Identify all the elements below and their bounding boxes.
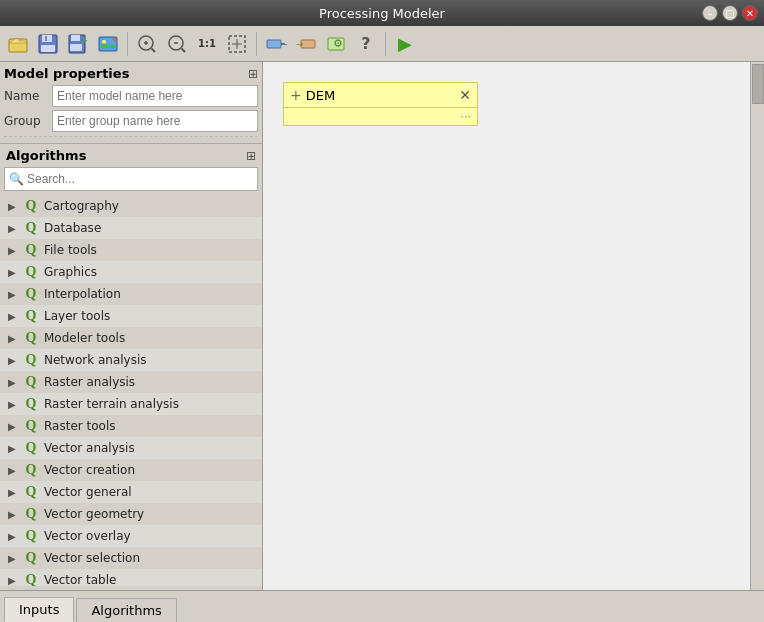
algo-icon-vector-geometry: Q	[22, 505, 40, 523]
algo-item-cartography[interactable]: ▶QCartography	[0, 195, 262, 217]
q-icon: Q	[26, 506, 37, 522]
algo-arrow-raster-analysis: ▶	[8, 377, 18, 388]
svg-line-18	[182, 48, 186, 52]
save-icon	[37, 33, 59, 55]
algo-icon-vector-analysis: Q	[22, 439, 40, 457]
model-name-input[interactable]	[52, 85, 258, 107]
tab-algorithms[interactable]: Algorithms	[76, 598, 176, 622]
algo-icon-raster-terrain-analysis: Q	[22, 395, 40, 413]
maximize-button[interactable]: □	[722, 5, 738, 21]
algo-item-vector-analysis[interactable]: ▶QVector analysis	[0, 437, 262, 459]
algo-label-graphics: Graphics	[44, 265, 97, 279]
algo-icon-layer-tools: Q	[22, 307, 40, 325]
algo-icon-interpolation: Q	[22, 285, 40, 303]
save-button[interactable]	[34, 30, 62, 58]
zoom-out-icon	[166, 33, 188, 55]
algo-arrow-vector-general: ▶	[8, 487, 18, 498]
dem-plus-icon: +	[290, 87, 302, 103]
q-icon: Q	[26, 264, 37, 280]
algo-arrow-layer-tools: ▶	[8, 311, 18, 322]
algo-item-layer-tools[interactable]: ▶QLayer tools	[0, 305, 262, 327]
algo-arrow-modeler-tools: ▶	[8, 333, 18, 344]
algo-item-interpolation[interactable]: ▶QInterpolation	[0, 283, 262, 305]
q-icon: Q	[26, 484, 37, 500]
algo-item-network-analysis[interactable]: ▶QNetwork analysis	[0, 349, 262, 371]
model-name-row: Name	[4, 85, 258, 107]
algo-item-raster-tools[interactable]: ▶QRaster tools	[0, 415, 262, 437]
q-icon: Q	[26, 308, 37, 324]
algo-arrow-cartography: ▶	[8, 201, 18, 212]
algo-icon-modeler-tools: Q	[22, 329, 40, 347]
algo-item-vector-creation[interactable]: ▶QVector creation	[0, 459, 262, 481]
run-icon: ▶	[398, 33, 412, 54]
dem-close-button[interactable]: ✕	[459, 88, 471, 102]
svg-rect-6	[71, 35, 80, 41]
algo-item-database[interactable]: ▶QDatabase	[0, 217, 262, 239]
save-as-button[interactable]: +	[64, 30, 92, 58]
algo-icon-raster-tools: Q	[22, 417, 40, 435]
add-output-button[interactable]: →	[292, 30, 320, 58]
zoom-actual-button[interactable]: 1:1	[193, 30, 221, 58]
model-group-label: Group	[4, 114, 46, 128]
model-properties-section: Model properties ⊞ Name Group	[0, 62, 262, 144]
canvas-scrollbar-thumb[interactable]	[752, 64, 764, 104]
algo-icon-vector-overlay: Q	[22, 527, 40, 545]
q-icon: Q	[26, 572, 37, 586]
add-output-icon: →	[295, 33, 317, 55]
minimize-button[interactable]: –	[702, 5, 718, 21]
algo-icon-vector-selection: Q	[22, 549, 40, 567]
dem-dots: ···	[461, 110, 472, 123]
canvas-vertical-scrollbar[interactable]	[750, 62, 764, 590]
dem-node-header: + DEM ✕	[284, 83, 477, 107]
toolbar: + 1:1	[0, 26, 764, 62]
algo-item-vector-table[interactable]: ▶QVector table	[0, 569, 262, 586]
run-button[interactable]: ▶	[391, 30, 419, 58]
add-input-icon: →	[265, 33, 287, 55]
left-panel: Model properties ⊞ Name Group Algorithms…	[0, 62, 263, 590]
algo-item-vector-geometry[interactable]: ▶QVector geometry	[0, 503, 262, 525]
dem-node[interactable]: + DEM ✕ ···	[283, 82, 478, 126]
algo-arrow-vector-overlay: ▶	[8, 531, 18, 542]
algorithms-expand-icon[interactable]: ⊞	[246, 149, 256, 163]
svg-line-15	[152, 48, 156, 52]
algo-label-raster-terrain-analysis: Raster terrain analysis	[44, 397, 179, 411]
model-properties-expand-icon[interactable]: ⊞	[248, 67, 258, 81]
algo-item-vector-overlay[interactable]: ▶QVector overlay	[0, 525, 262, 547]
bottom-tabs: Inputs Algorithms	[0, 590, 764, 622]
algo-label-file-tools: File tools	[44, 243, 97, 257]
algo-item-vector-selection[interactable]: ▶QVector selection	[0, 547, 262, 569]
help-icon: ?	[361, 34, 370, 53]
algo-arrow-vector-creation: ▶	[8, 465, 18, 476]
search-input[interactable]	[4, 167, 258, 191]
zoom-fit-button[interactable]	[223, 30, 251, 58]
algo-label-layer-tools: Layer tools	[44, 309, 110, 323]
model-group-input[interactable]	[52, 110, 258, 132]
tab-inputs[interactable]: Inputs	[4, 597, 74, 622]
algo-label-cartography: Cartography	[44, 199, 119, 213]
titlebar-title: Processing Modeler	[319, 6, 445, 21]
help-button[interactable]: ?	[352, 30, 380, 58]
algo-item-graphics[interactable]: ▶QGraphics	[0, 261, 262, 283]
algo-arrow-vector-table: ▶	[8, 575, 18, 586]
algo-item-vector-general[interactable]: ▶QVector general	[0, 481, 262, 503]
algo-label-interpolation: Interpolation	[44, 287, 121, 301]
add-input-button[interactable]: →	[262, 30, 290, 58]
dem-node-label: DEM	[306, 88, 335, 103]
add-algo-button[interactable]: ⚙	[322, 30, 350, 58]
algo-label-modeler-tools: Modeler tools	[44, 331, 125, 345]
model-properties-title: Model properties	[4, 66, 129, 81]
canvas-area: + DEM ✕ ···	[263, 62, 764, 590]
open-button[interactable]	[4, 30, 32, 58]
export-image-button[interactable]	[94, 30, 122, 58]
algo-item-raster-analysis[interactable]: ▶QRaster analysis	[0, 371, 262, 393]
algo-item-raster-terrain-analysis[interactable]: ▶QRaster terrain analysis	[0, 393, 262, 415]
dem-node-footer: ···	[284, 107, 477, 125]
algo-item-file-tools[interactable]: ▶QFile tools	[0, 239, 262, 261]
svg-text:→: →	[282, 39, 287, 49]
zoom-in-icon	[136, 33, 158, 55]
close-button[interactable]: ✕	[742, 5, 758, 21]
q-icon: Q	[26, 374, 37, 390]
zoom-in-button[interactable]	[133, 30, 161, 58]
zoom-out-button[interactable]	[163, 30, 191, 58]
algo-item-modeler-tools[interactable]: ▶QModeler tools	[0, 327, 262, 349]
